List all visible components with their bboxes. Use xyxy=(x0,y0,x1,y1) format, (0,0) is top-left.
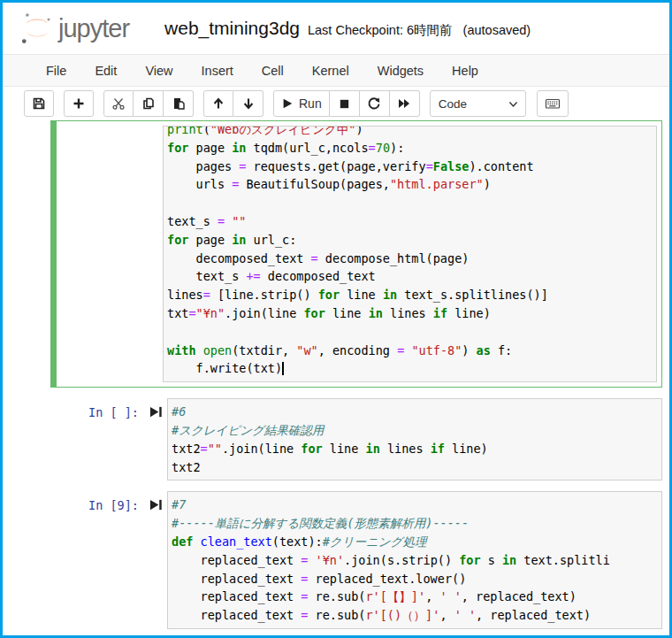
menu-view[interactable]: View xyxy=(131,57,187,85)
paste-button[interactable] xyxy=(164,90,194,117)
code-cell[interactable]: In [9]:#7#-----単語に分解する関数定義(形態素解析用)-----d… xyxy=(50,491,662,629)
copy-icon xyxy=(141,96,156,111)
move-up-icon xyxy=(211,96,225,111)
notebook-header: jupyter web_tmining3dg Last Checkpoint: … xyxy=(3,3,669,54)
code-line: replaced_text = re.sub(r'[【】]', ' ', rep… xyxy=(172,588,658,606)
menu-cell[interactable]: Cell xyxy=(248,57,298,85)
menu-help[interactable]: Help xyxy=(438,57,493,85)
jupyter-logo-icon xyxy=(18,10,53,47)
restart-kernel-icon xyxy=(367,96,381,111)
copy-button[interactable] xyxy=(134,90,164,117)
code-cell[interactable]: print("Webのスクレイピング中")for page in tqdm(ur… xyxy=(50,120,662,388)
code-line: #-----単語に分解する関数定義(形態素解析用)----- xyxy=(172,514,658,533)
text-cursor xyxy=(282,362,284,375)
cell-prompt-column: In [9]: xyxy=(50,491,167,629)
app-window: jupyter web_tmining3dg Last Checkpoint: … xyxy=(0,0,672,638)
code-line: txt2 xyxy=(172,458,658,477)
code-line: replaced_text = '¥n'.join(s.strip() for … xyxy=(172,551,658,570)
code-line: f.write(txt) xyxy=(167,359,653,378)
code-line: replaced_text = replaced_text.lower() xyxy=(172,570,658,588)
code-line xyxy=(167,323,653,342)
code-line: text_s = "" xyxy=(167,212,653,231)
menu-file[interactable]: File xyxy=(32,57,80,85)
code-line: #7 xyxy=(172,496,658,514)
code-line: lines= [line.strip() for line in text_s.… xyxy=(167,286,653,304)
code-line: text_s += decomposed_text xyxy=(167,267,653,286)
interrupt-kernel-button[interactable] xyxy=(330,90,360,117)
keyboard-icon xyxy=(545,96,561,111)
jupyter-logo-text: jupyter xyxy=(58,13,129,43)
code-line: for page in url_c: xyxy=(167,231,653,250)
run-button[interactable]: Run xyxy=(273,90,330,117)
menu-widgets[interactable]: Widgets xyxy=(363,57,438,85)
save-button[interactable] xyxy=(24,90,54,117)
titlebar: web_tmining3dg Last Checkpoint: 6時間前 (au… xyxy=(164,18,531,39)
cell-prompt-column xyxy=(51,126,163,382)
cell-type-value: Code xyxy=(439,97,467,111)
cut-button[interactable] xyxy=(103,90,134,117)
checkpoint-status: Last Checkpoint: 6時間前 xyxy=(308,22,453,39)
cell-type-select[interactable]: Code xyxy=(430,90,526,117)
notebook-title[interactable]: web_tmining3dg xyxy=(164,18,300,39)
menu-insert[interactable]: Insert xyxy=(187,57,248,85)
restart-run-all-icon xyxy=(397,96,411,111)
code-line: decomposed_text = decompose_html(page) xyxy=(167,250,653,268)
code-cell[interactable]: In [ ]:#6#スクレイピング結果確認用txt2="".join(line … xyxy=(50,398,662,480)
paste-icon xyxy=(172,96,186,111)
move-cell-up-button[interactable] xyxy=(203,90,233,117)
code-line: print("Webのスクレイピング中") xyxy=(167,126,653,139)
code-editor[interactable]: #7#-----単語に分解する関数定義(形態素解析用)-----def clea… xyxy=(167,491,662,629)
command-palette-button[interactable] xyxy=(537,90,569,117)
menu-kernel[interactable]: Kernel xyxy=(298,57,363,85)
menu-edit[interactable]: Edit xyxy=(80,57,131,85)
run-this-cell-icon xyxy=(149,497,163,512)
notebook-area: print("Webのスクレイピング中")for page in tqdm(ur… xyxy=(3,120,669,638)
autosave-status: (autosaved) xyxy=(463,23,531,37)
code-line: replaced_text = re.sub(r'[()（）]', ' ', r… xyxy=(172,606,658,625)
code-line: txt2="".join(line for line in lines if l… xyxy=(172,440,658,458)
cut-icon xyxy=(111,96,126,111)
code-line: for page in tqdm(url_c,ncols=70): xyxy=(167,139,653,158)
add-cell-icon xyxy=(72,96,86,111)
code-line: urls = BeautifulSoup(pages,"html.parser"… xyxy=(167,175,653,194)
input-prompt: In [9]: xyxy=(88,497,139,513)
run-this-cell-button[interactable] xyxy=(149,497,163,516)
move-down-icon xyxy=(241,96,256,111)
code-line: #6 xyxy=(172,403,658,421)
save-icon xyxy=(32,96,46,111)
move-cell-down-button[interactable] xyxy=(233,90,263,117)
code-line xyxy=(167,194,653,212)
jupyter-logo[interactable]: jupyter xyxy=(18,10,129,47)
chevron-down-icon xyxy=(508,98,519,110)
code-line: txt="¥n".join(line for line in lines if … xyxy=(167,304,653,323)
cell-prompt-column: In [ ]: xyxy=(50,398,167,480)
run-this-cell-button[interactable] xyxy=(149,404,163,423)
restart-kernel-button[interactable] xyxy=(360,90,390,117)
run-this-cell-icon xyxy=(149,404,163,419)
code-editor[interactable]: #6#スクレイピング結果確認用txt2="".join(line for lin… xyxy=(167,398,662,480)
toolbar: Run Code xyxy=(3,87,669,120)
run-button-label: Run xyxy=(299,96,322,111)
code-editor[interactable]: print("Webのスクレイピング中")for page in tqdm(ur… xyxy=(163,126,657,382)
stop-icon xyxy=(338,97,351,111)
run-icon xyxy=(281,97,294,110)
menu-bar: File Edit View Insert Cell Kernel Widget… xyxy=(3,54,669,87)
restart-run-all-button[interactable] xyxy=(390,90,420,117)
code-line: def clean_text(text):#クリーニング処理 xyxy=(172,533,658,551)
input-prompt: In [ ]: xyxy=(88,404,139,420)
code-line: #スクレイピング結果確認用 xyxy=(172,421,658,440)
add-cell-button[interactable] xyxy=(64,90,94,117)
code-line: pages = requests.get(page,verify=False).… xyxy=(167,158,653,176)
code-line: with open(txtdir, "w", encoding = "utf-8… xyxy=(167,342,653,360)
